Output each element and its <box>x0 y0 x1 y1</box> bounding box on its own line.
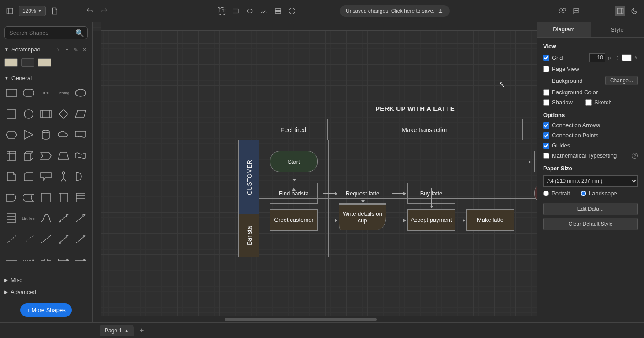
sketch-checkbox[interactable] <box>585 99 592 106</box>
add-page-button[interactable]: + <box>137 325 147 336</box>
conn-points-checkbox[interactable] <box>543 132 549 139</box>
bgcolor-checkbox[interactable] <box>543 89 549 96</box>
help-icon[interactable]: ? <box>632 153 638 159</box>
shadow-checkbox[interactable] <box>543 99 549 106</box>
clear-default-style-button[interactable]: Clear Default Style <box>543 218 638 230</box>
zoom-select[interactable]: 120%▼ <box>19 6 46 16</box>
grid-stepper[interactable]: ▲▼ <box>616 55 619 61</box>
scratch-item[interactable] <box>21 58 34 67</box>
save-status-button[interactable]: Unsaved changes. Click here to save. <box>340 5 449 17</box>
tab-style[interactable]: Style <box>591 22 644 37</box>
papersize-select[interactable]: A4 (210 mm x 297 mm) <box>543 175 638 187</box>
help-icon[interactable]: ? <box>55 47 61 53</box>
table-tool-icon[interactable] <box>273 6 283 16</box>
shape-cylinder[interactable] <box>39 129 53 141</box>
edit-icon[interactable]: ✎ <box>73 47 79 53</box>
theme-toggle-icon[interactable] <box>629 6 640 16</box>
scrollbar-horizontal[interactable] <box>93 316 537 322</box>
grid-checkbox[interactable] <box>543 55 549 61</box>
pageview-checkbox[interactable] <box>543 66 549 72</box>
shape-process[interactable] <box>39 108 53 120</box>
freehand-tool-icon[interactable] <box>259 6 269 16</box>
shape-list[interactable] <box>74 191 88 204</box>
grid-size-input[interactable] <box>589 53 605 62</box>
landscape-radio[interactable] <box>581 191 586 196</box>
canvas[interactable]: ↖ PERK UP WITH A LATTE Feel tired Make t… <box>93 22 537 322</box>
ellipse-tool-icon[interactable] <box>244 6 255 16</box>
chevron-up-icon[interactable]: ▲ <box>125 328 129 333</box>
shape-callout[interactable] <box>39 170 53 183</box>
close-icon[interactable]: ✕ <box>81 47 88 53</box>
shape-link-dash[interactable] <box>22 254 35 266</box>
phase-col2[interactable]: Make transaction <box>328 119 523 140</box>
conn-arrows-checkbox[interactable] <box>543 122 549 129</box>
page-tab[interactable]: Page-1 ▲ <box>100 325 134 336</box>
lane-barista[interactable]: Barista <box>238 214 259 257</box>
rect-tool-icon[interactable] <box>230 6 241 16</box>
shape-arrow[interactable] <box>74 212 88 224</box>
redo-icon[interactable] <box>99 6 109 16</box>
shape-ellipse[interactable] <box>74 87 88 99</box>
node-accept[interactable]: Accept payment <box>407 209 455 231</box>
scratchpad-header[interactable]: ▼ Scratchpad ? + ✎ ✕ <box>0 44 92 55</box>
search-icon[interactable]: 🔍 <box>75 29 84 37</box>
shape-hexagon[interactable] <box>4 129 18 141</box>
shape-link-solid[interactable] <box>4 254 18 266</box>
more-shapes-button[interactable]: + More Shapes <box>20 303 72 317</box>
add-tool-icon[interactable] <box>287 6 297 16</box>
math-checkbox[interactable] <box>543 153 549 159</box>
shape-card[interactable] <box>22 170 35 183</box>
node-greet[interactable]: Greet customer <box>270 209 318 231</box>
shape-and[interactable] <box>4 191 18 204</box>
shape-internal-storage[interactable] <box>4 150 18 162</box>
shape-link-arrow[interactable] <box>74 254 88 266</box>
add-icon[interactable]: + <box>64 47 70 53</box>
shape-link-label[interactable] <box>39 254 53 266</box>
undo-icon[interactable] <box>85 6 95 16</box>
shape-note[interactable] <box>4 170 18 183</box>
shape-bidir-thin[interactable] <box>56 233 70 246</box>
shape-triangle[interactable] <box>22 129 35 141</box>
phase-col3[interactable]: Feel perky <box>523 119 537 140</box>
shape-text[interactable]: Text <box>39 87 53 99</box>
shape-parallelogram[interactable] <box>74 108 88 120</box>
shape-dashed-line[interactable] <box>4 233 18 246</box>
general-header[interactable]: ▼ General <box>0 72 92 84</box>
ruler-horizontal[interactable] <box>101 22 537 31</box>
sidebar-toggle-icon[interactable] <box>4 6 15 16</box>
shape-heading[interactable]: Heading <box>56 87 70 99</box>
text-tool-icon[interactable] <box>216 6 227 16</box>
shape-link-assoc[interactable] <box>56 254 70 266</box>
comment-icon[interactable] <box>571 6 581 16</box>
grid-color-swatch[interactable] <box>622 54 632 61</box>
change-background-button[interactable]: Change... <box>605 76 638 85</box>
scratch-item[interactable] <box>38 58 51 67</box>
shape-square[interactable] <box>4 108 18 120</box>
phase-col1[interactable]: Feel tired <box>259 119 328 140</box>
advanced-header[interactable]: ▶ Advanced <box>0 286 92 298</box>
shape-document[interactable] <box>74 129 88 141</box>
new-doc-icon[interactable] <box>49 6 60 16</box>
shape-cloud[interactable] <box>56 129 70 141</box>
node-make[interactable]: Make latte <box>466 209 514 231</box>
shape-step[interactable] <box>39 150 53 162</box>
node-write[interactable]: Write details on cup <box>339 204 386 230</box>
shape-or[interactable] <box>74 170 88 183</box>
portrait-radio[interactable] <box>543 191 549 196</box>
shape-dotted-line[interactable] <box>22 233 35 246</box>
shape-dir-thin[interactable] <box>74 233 88 246</box>
shape-trapezoid[interactable] <box>56 150 70 162</box>
lane-customer[interactable]: CUSTOMER <box>238 140 259 214</box>
shape-container-h[interactable] <box>56 191 70 204</box>
diagram-title[interactable]: PERK UP WITH A LATTE <box>238 98 537 119</box>
edit-icon[interactable]: ✎ <box>634 55 638 60</box>
shape-actor[interactable] <box>56 170 70 183</box>
shape-rectangle[interactable] <box>4 87 18 99</box>
node-start[interactable]: Start <box>270 151 318 172</box>
format-panel-toggle-icon[interactable] <box>615 6 625 16</box>
shape-rounded-rect[interactable] <box>22 87 35 99</box>
shape-bidir-arrow[interactable] <box>56 212 70 224</box>
shape-container[interactable] <box>39 191 53 204</box>
swimlane-diagram[interactable]: PERK UP WITH A LATTE Feel tired Make tra… <box>238 98 537 257</box>
shape-data-storage[interactable] <box>22 191 35 204</box>
